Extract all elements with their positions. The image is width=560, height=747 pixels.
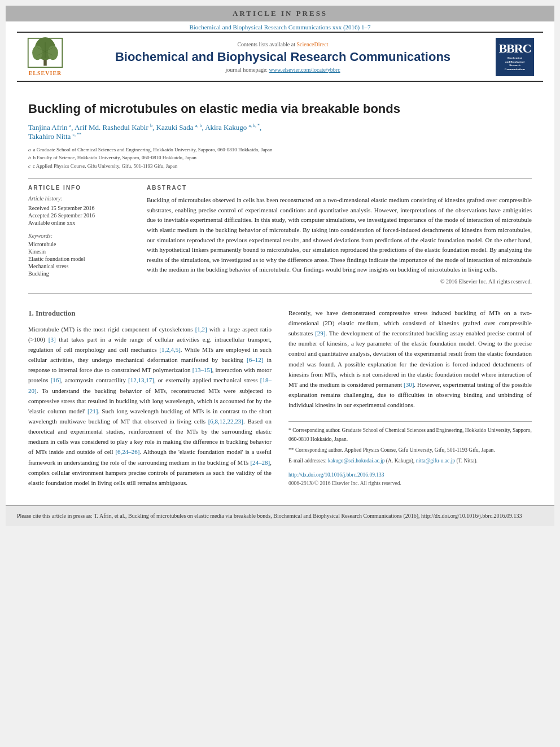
footnote-1: * Corresponding author. Graduate School … (288, 426, 532, 443)
journal-title-block: Contents lists available at ScienceDirec… (73, 37, 492, 76)
history-label: Article history: (28, 195, 135, 202)
citation-text: Please cite this article in press as: T.… (17, 513, 522, 519)
ref-6-12[interactable]: [6–12] (247, 356, 263, 363)
bbrc-letters: BBRC (498, 42, 531, 55)
keyword-4: Mechanical stress (28, 263, 135, 269)
ref-16[interactable]: [16] (51, 377, 61, 383)
author-kakugo: Akira Kakugo (205, 123, 247, 132)
aip-banner-text: ARTICLE IN PRESS (233, 9, 327, 18)
available-online: Available online xxx (28, 220, 135, 226)
affiliation-a-text: a Graduate School of Chemical Sciences a… (33, 146, 273, 154)
abstract-heading: ABSTRACT (147, 185, 532, 191)
article-info-col: ARTICLE INFO Article history: Received 1… (28, 185, 135, 285)
intro-heading-text: 1. Introduction (28, 309, 76, 317)
homepage-url[interactable]: www.elsevier.com/locate/ybbrc (269, 67, 340, 73)
keyword-5: Buckling (28, 270, 135, 277)
intro-col2-text: Recently, we have demonstrated compressi… (288, 308, 532, 410)
bbrc-logo: BBRC Biochemicaland BiophysicalResearchC… (492, 37, 537, 76)
affiliation-a: a a Graduate School of Chemical Sciences… (28, 146, 532, 154)
keyword-2: Kinesin (28, 248, 135, 255)
article-info-heading: ARTICLE INFO (28, 185, 135, 191)
intro-col1-text: Microtubule (MT) is the most rigid compo… (28, 324, 272, 488)
author-afrin: Tanjina Afrin (28, 123, 68, 132)
keyword-3: Elastic foundation model (28, 256, 135, 262)
footnote-2: ** Corresponding author. Applied Physics… (288, 446, 532, 455)
bbrc-subtitle: Biochemicaland BiophysicalResearchCommun… (505, 56, 525, 71)
sciencedirect-link[interactable]: ScienceDirect (296, 41, 328, 47)
affiliation-c-text: c Applied Physics Course, Gifu Universit… (33, 162, 177, 170)
divider-2 (28, 293, 532, 294)
email-kakugo-name: (A. Kakugo), (386, 458, 414, 464)
author-kakugo-sup: a, b, * (249, 123, 260, 128)
affiliation-b-text: b Faculty of Science, Hokkaido Universit… (33, 154, 197, 161)
body-section: 1. Introduction Microtubule (MT) is the … (28, 308, 532, 488)
keywords-section: Keywords: Microtubule Kinesin Elastic fo… (28, 233, 135, 277)
ref-21[interactable]: [21] (88, 408, 98, 414)
main-content: Buckling of microtubules on elastic medi… (6, 82, 554, 496)
ref-1245[interactable]: [1,2,4,5] (159, 346, 181, 353)
ref-2428[interactable]: [24–28] (250, 459, 270, 466)
article-info-abstract: ARTICLE INFO Article history: Received 1… (28, 185, 532, 285)
affiliations-block: a a Graduate School of Chemical Sciences… (28, 146, 532, 170)
citation-footer: Please cite this article in press as: T.… (6, 505, 554, 526)
doi-line: http://dx.doi.org/10.1016/j.bbrc.2016.09… (288, 471, 532, 479)
ref-12-13-17[interactable]: [12,13,17] (128, 377, 154, 383)
journal-info-line: Biochemical and Biophysical Research Com… (6, 21, 554, 32)
contents-line: Contents lists available at ScienceDirec… (73, 41, 492, 47)
elsevier-wordmark: ELSEVIER (29, 70, 62, 76)
abstract-text: Buckling of microtubules observed in cel… (147, 195, 532, 275)
intro-heading: 1. Introduction (28, 308, 272, 320)
issn-line: 0006-291X/© 2016 Elsevier Inc. All right… (288, 479, 532, 488)
journal-info-text: Biochemical and Biophysical Research Com… (189, 24, 370, 30)
author-sada-sup: a, b (195, 123, 202, 128)
affiliation-c: c c Applied Physics Course, Gifu Univers… (28, 162, 532, 170)
author-sada: Kazuki Sada (156, 123, 194, 132)
body-col-right: Recently, we have demonstrated compressi… (288, 308, 532, 488)
elsevier-logo: ELSEVIER (23, 37, 73, 76)
author-kabir-sup: b (150, 123, 152, 128)
email-label: E-mail addresses: (288, 458, 326, 464)
page: ARTICLE IN PRESS Biochemical and Biophys… (6, 6, 554, 526)
elsevier-tree-icon (25, 37, 65, 68)
copyright-line: © 2016 Elsevier Inc. All rights reserved… (147, 278, 532, 285)
email-kakugo[interactable]: kakugo@sci.hokudai.ac.jp (328, 458, 385, 464)
doi-link[interactable]: http://dx.doi.org/10.1016/j.bbrc.2016.09… (288, 472, 384, 478)
keywords-label: Keywords: (28, 233, 135, 239)
ref-13-15[interactable]: [13–15] (193, 366, 212, 373)
author-nitta: Takahiro Nitta (28, 132, 71, 141)
abstract-col: ABSTRACT Buckling of microtubules observ… (147, 185, 532, 285)
affiliation-b: b b Faculty of Science, Hokkaido Univers… (28, 154, 532, 161)
received-date: Received 15 September 2016 (28, 205, 135, 211)
author-kabir: Arif Md. Rashedul Kabir (75, 123, 148, 132)
journal-homepage: journal homepage: www.elsevier.com/locat… (73, 67, 492, 73)
homepage-label: journal homepage: (225, 67, 268, 73)
footnote-1-text: * Corresponding author. Graduate School … (288, 427, 532, 442)
body-col-left: 1. Introduction Microtubule (MT) is the … (28, 308, 272, 488)
ref-29[interactable]: [29] (315, 330, 325, 337)
bbrc-box: BBRC Biochemicaland BiophysicalResearchC… (496, 38, 534, 76)
journal-title: Biochemical and Biophysical Research Com… (73, 50, 492, 64)
authors-line: Tanjina Afrin a, Arif Md. Rashedul Kabir… (28, 123, 532, 141)
aip-banner: ARTICLE IN PRESS (6, 6, 554, 21)
accepted-date: Accepted 26 September 2016 (28, 212, 135, 219)
divider-1 (28, 178, 532, 179)
footnote-2-text: ** Corresponding author. Applied Physics… (288, 447, 495, 453)
ref-62426[interactable]: [6,24–26] (115, 448, 139, 455)
ref-3[interactable]: [3] (49, 336, 56, 343)
article-title: Buckling of microtubules on elastic medi… (28, 102, 532, 116)
ref-30[interactable]: [30] (404, 381, 414, 388)
email-nitta-name: (T. Nitta). (456, 458, 478, 464)
email-nitta[interactable]: nitta@gifu-u.ac.jp (416, 458, 455, 464)
footnotes-section: * Corresponding author. Graduate School … (288, 421, 532, 488)
contents-text: Contents lists available at (237, 41, 295, 47)
author-nitta-sup: c, ** (73, 132, 82, 137)
journal-header: ELSEVIER Contents lists available at Sci… (17, 32, 543, 82)
ref-68122223[interactable]: [6,8,12,22,23] (208, 418, 243, 425)
author-afrin-sup: a (69, 123, 72, 128)
keyword-1: Microtubule (28, 241, 135, 247)
ref-1-2[interactable]: [1,2] (195, 326, 207, 333)
footnote-emails: E-mail addresses: kakugo@sci.hokudai.ac.… (288, 457, 532, 465)
